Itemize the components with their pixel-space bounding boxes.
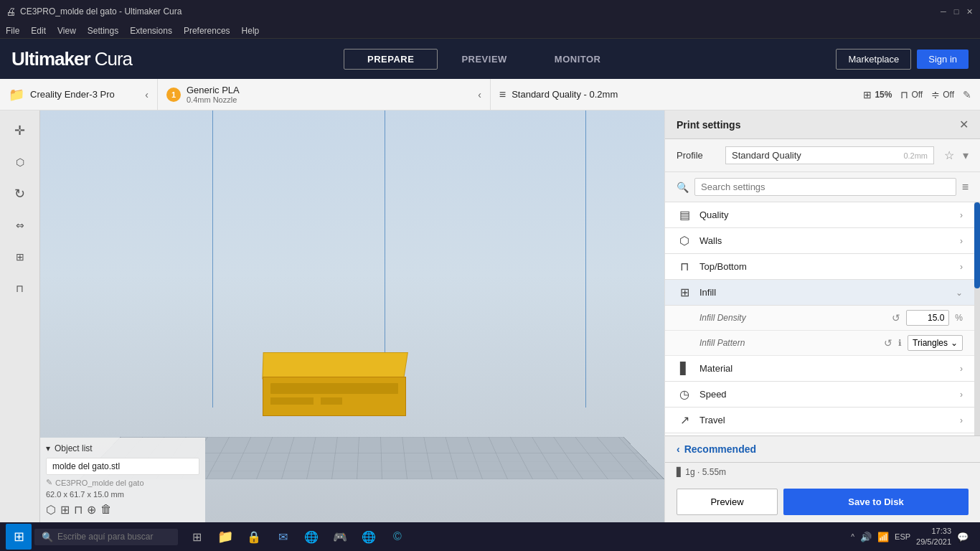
move-tool[interactable]: ✛ <box>6 116 34 145</box>
delete-tool[interactable]: 🗑 <box>100 503 112 517</box>
notifications-icon[interactable]: 💬 <box>957 532 969 542</box>
printer-name: Creality Ender-3 Pro <box>30 89 115 100</box>
menu-file[interactable]: File <box>6 26 19 36</box>
mail-app[interactable]: ✉ <box>270 524 296 550</box>
setting-top-bottom[interactable]: ⊓ Top/Bottom › <box>665 254 974 280</box>
setting-travel[interactable]: ↗ Travel › <box>665 408 974 433</box>
save-button[interactable]: Save to Disk <box>783 489 969 515</box>
group-tool[interactable]: ⊓ <box>74 503 83 517</box>
taskbar-search-input[interactable] <box>57 532 171 542</box>
store-app[interactable]: 🔒 <box>241 524 267 550</box>
favorite-icon[interactable]: ☆ <box>944 149 954 162</box>
travel-chevron: › <box>960 415 963 425</box>
profile-label: Profile <box>677 150 720 161</box>
taskbar-clock: 17:33 29/5/2021 <box>916 526 951 548</box>
scale-tool[interactable]: ⬡ <box>6 148 34 176</box>
menu-preferences[interactable]: Preferences <box>184 26 230 36</box>
travel-setting-name: Travel <box>699 415 953 425</box>
setting-walls[interactable]: ⬡ Walls › <box>665 228 974 254</box>
material-chevron: › <box>960 364 963 374</box>
preview-button[interactable]: Preview <box>677 489 778 515</box>
tray-caret[interactable]: ^ <box>851 533 854 541</box>
maximize-button[interactable]: □ <box>951 6 961 17</box>
viewport[interactable]: ▾ Object list molde del gato.stl ✎ CE3PR… <box>40 110 664 522</box>
menu-extensions[interactable]: Extensions <box>130 26 172 36</box>
object-list-title: Object list <box>55 443 93 453</box>
chrome-app[interactable]: 🌐 <box>356 524 382 550</box>
ps-scroll-thumb[interactable] <box>974 202 980 288</box>
recommended-chevron: ‹ <box>677 443 680 455</box>
signin-button[interactable]: Sign in <box>917 50 969 69</box>
tab-monitor[interactable]: MONITOR <box>531 49 625 70</box>
filter-icon[interactable]: ≡ <box>962 181 969 194</box>
ungroup-tool[interactable]: ⊕ <box>87 503 96 517</box>
ps-header: Print settings ✕ <box>665 110 980 139</box>
quality-setting-icon: ▤ <box>677 208 692 222</box>
printer-chevron[interactable]: ‹ <box>145 89 149 100</box>
setting-material[interactable]: ▋ Material › <box>665 356 974 382</box>
title-bar-left: 🖨 CE3PRO_molde del gato - Ultimaker Cura <box>6 6 182 17</box>
menu-view[interactable]: View <box>57 26 76 36</box>
edge-app[interactable]: 🌐 <box>298 524 324 550</box>
rotate-tool[interactable]: ↻ <box>6 179 34 208</box>
menu-edit[interactable]: Edit <box>31 26 46 36</box>
app-header: Ultimaker Cura PREPARE PREVIEW MONITOR M… <box>0 39 980 79</box>
infill-pattern-reset[interactable]: ↺ <box>884 337 892 349</box>
object-list-header[interactable]: ▾ Object list <box>46 443 199 453</box>
object-item[interactable]: molde del gato.stl <box>46 458 199 475</box>
tray-network[interactable]: 📶 <box>877 532 889 542</box>
profile-select[interactable]: Standard Quality 0.2mm <box>725 146 934 164</box>
tray-volume[interactable]: 🔊 <box>860 532 872 542</box>
window-title: CE3PRO_molde del gato - Ultimaker Cura <box>20 6 182 17</box>
infill-pattern-info[interactable]: ℹ <box>898 338 902 348</box>
recommended-label: Recommended <box>684 443 756 455</box>
close-button[interactable]: ✕ <box>964 6 974 17</box>
speed-setting-name: Speed <box>699 389 953 400</box>
left-sidebar: ✛ ⬡ ↻ ⇔ ⊞ ⊓ <box>0 110 40 522</box>
ps-search-row: 🔍 ≡ <box>665 172 980 202</box>
material-chevron[interactable]: ‹ <box>478 89 481 100</box>
recommended-button[interactable]: ‹ Recommended <box>665 436 980 463</box>
quality-section: ≡ Standard Quality - 0.2mm ⊞ 15% ⊓ Off ≑… <box>491 79 980 110</box>
object-list-toggle[interactable]: ▾ <box>46 443 50 453</box>
setting-infill[interactable]: ⊞ Infill ⌄ <box>665 280 974 306</box>
minimize-button[interactable]: ─ <box>938 6 948 17</box>
tab-prepare[interactable]: PREPARE <box>344 49 438 70</box>
split-tool[interactable]: ⊞ <box>60 503 70 517</box>
cura-app[interactable]: © <box>385 524 410 550</box>
duplicate-tool[interactable]: ⬡ <box>46 503 56 517</box>
ps-actions: Preview Save to Disk <box>665 481 980 522</box>
mirror-tool[interactable]: ⇔ <box>6 211 34 240</box>
setting-quality[interactable]: ▤ Quality › <box>665 202 974 228</box>
start-button[interactable]: ⊞ <box>6 524 32 550</box>
infill-pattern-row: Infill Pattern ↺ ℹ Triangles ⌄ <box>665 331 974 356</box>
ps-close-button[interactable]: ✕ <box>959 118 969 131</box>
game-app[interactable]: 🎮 <box>327 524 353 550</box>
profile-dropdown-icon[interactable]: ▾ <box>963 149 969 162</box>
infill-chevron: ⌄ <box>956 288 963 298</box>
quality-controls: ⊞ 15% ⊓ Off ≑ Off ✎ <box>863 89 971 100</box>
marketplace-button[interactable]: Marketplace <box>836 49 911 70</box>
file-explorer-app[interactable]: 📁 <box>212 524 238 550</box>
header-nav: PREPARE PREVIEW MONITOR <box>141 49 827 70</box>
edit-quality-icon[interactable]: ✎ <box>963 89 971 100</box>
taskbar-search[interactable]: 🔍 <box>34 529 178 545</box>
infill-density-reset[interactable]: ↺ <box>892 312 900 324</box>
walls-setting-name: Walls <box>699 235 953 246</box>
title-bar: 🖨 CE3PRO_molde del gato - Ultimaker Cura… <box>0 0 980 23</box>
object-name: molde del gato.stl <box>52 461 120 471</box>
menu-help[interactable]: Help <box>242 26 260 36</box>
infill-pattern-select[interactable]: Triangles ⌄ <box>908 335 963 351</box>
title-bar-controls[interactable]: ─ □ ✕ <box>938 6 974 17</box>
infill-density-input[interactable] <box>906 310 949 326</box>
menu-settings[interactable]: Settings <box>88 26 118 36</box>
speed-chevron: › <box>960 390 963 400</box>
ps-scrollbar[interactable] <box>974 202 980 435</box>
search-input[interactable] <box>694 178 956 196</box>
top-bottom-setting-icon: ⊓ <box>677 260 692 273</box>
tab-preview[interactable]: PREVIEW <box>438 49 530 70</box>
task-view-button[interactable]: ⊞ <box>184 524 209 550</box>
setting-speed[interactable]: ◷ Speed › <box>665 382 974 408</box>
support-blocker-tool[interactable]: ⊓ <box>6 274 34 303</box>
per-model-settings-tool[interactable]: ⊞ <box>6 242 34 271</box>
